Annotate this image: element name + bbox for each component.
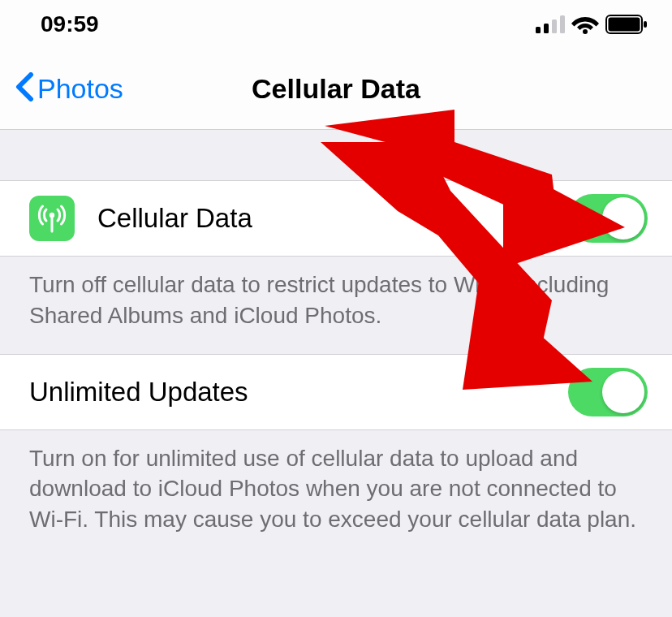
nav-bar: Photos Cellular Data [0,49,672,130]
cellular-data-footer: Turn off cellular data to restrict updat… [0,257,672,354]
unlimited-updates-toggle[interactable] [568,368,648,416]
unlimited-updates-footer: Turn on for unlimited use of cellular da… [0,430,672,558]
svg-rect-7 [644,21,647,28]
svg-rect-0 [536,27,541,33]
svg-rect-1 [544,24,549,33]
svg-rect-3 [560,15,565,33]
antenna-icon [29,196,75,241]
svg-rect-2 [552,19,557,33]
toggle-knob [602,371,644,413]
cellular-signal-icon [536,15,565,33]
nav-title: Cellular Data [252,73,420,105]
svg-point-4 [583,29,588,34]
status-bar: 09:59 [0,0,672,49]
unlimited-updates-label: Unlimited Updates [29,377,568,408]
toggle-knob [602,197,644,239]
chevron-left-icon [15,72,34,106]
wifi-icon [571,15,599,34]
unlimited-updates-row: Unlimited Updates [0,354,672,430]
svg-rect-6 [609,18,640,32]
back-label: Photos [37,73,123,105]
cellular-data-label: Cellular Data [97,203,568,234]
cellular-data-row: Cellular Data [0,180,672,257]
status-icons [536,15,648,34]
cellular-data-toggle[interactable] [568,194,648,243]
section-spacer [0,130,672,180]
status-time: 09:59 [41,11,99,37]
battery-icon [605,15,648,34]
back-button[interactable]: Photos [0,72,123,106]
